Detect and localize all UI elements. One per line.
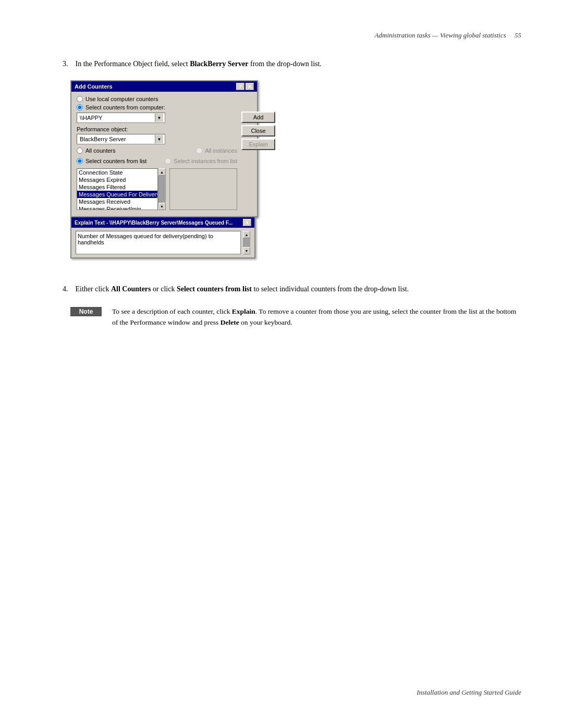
- radio-local-label: Use local computer counters: [85, 96, 158, 102]
- dialog-title: Add Counters: [75, 83, 113, 90]
- dialog-help-button[interactable]: ?: [236, 83, 244, 90]
- list-item-selected[interactable]: Messages Queued For Delivery: [77, 191, 157, 198]
- explain-dialog: Explain Text - \\HAPPY\BlackBerry Server…: [70, 216, 255, 258]
- step4-text-before: Either click: [76, 285, 111, 293]
- step4-bold1: All Counters: [111, 285, 151, 293]
- lists-row: Connection State Messages Expired Messag…: [77, 168, 237, 210]
- counters-list-wrapper: Connection State Messages Expired Messag…: [77, 168, 165, 210]
- counters-radios: All counters All instances: [77, 147, 237, 156]
- computer-input-row: \\HAPPY ▼: [77, 113, 237, 123]
- computer-value: \\HAPPY: [79, 115, 102, 121]
- radio-all-instances: [196, 147, 202, 154]
- radio-select-label: Select counters from computer:: [85, 104, 165, 110]
- footer: Installation and Getting Started Guide: [417, 688, 521, 697]
- radio-all-counters-row: All counters: [77, 147, 115, 154]
- scroll-down-arrow[interactable]: ▼: [158, 203, 166, 210]
- note-block: Note To see a description of each counte…: [70, 306, 521, 328]
- dialog-left: Use local computer counters Select count…: [77, 96, 237, 212]
- dialog-close-button[interactable]: X: [246, 83, 254, 90]
- radio-local-row: Use local computer counters: [77, 96, 237, 102]
- scroll-track: [158, 176, 166, 203]
- add-counters-dialog: Add Counters ? X Use local computer co: [70, 80, 258, 217]
- step3-bold: BlackBerry Server: [190, 60, 248, 68]
- explain-titlebar: Explain Text - \\HAPPY\BlackBerry Server…: [71, 217, 254, 228]
- step3-text-after: from the drop-down list.: [248, 60, 321, 68]
- radio-local[interactable]: [77, 96, 83, 102]
- instances-list-col: [169, 168, 237, 210]
- list-item[interactable]: Messages Received/min: [77, 205, 157, 210]
- computer-dropdown[interactable]: \\HAPPY ▼: [77, 113, 165, 123]
- radio-select-instances: [165, 158, 171, 164]
- page-header: Administration tasks — Viewing global st…: [42, 31, 521, 43]
- step4-text-after: to select individual counters from the d…: [252, 285, 409, 293]
- list-item[interactable]: Connection State: [77, 169, 157, 176]
- perf-object-input-row: BlackBerry Server ▼: [77, 134, 237, 144]
- radio-all-counters[interactable]: [77, 147, 83, 154]
- perf-object-value: BlackBerry Server: [79, 136, 126, 142]
- dialog-buttons: Add Close Explain: [241, 96, 275, 212]
- step4-block: 4. Either click All Counters or click Se…: [42, 283, 521, 328]
- step4-bold2: Select counters from list: [177, 285, 252, 293]
- dialog-titlebar: Add Counters ? X: [71, 81, 257, 92]
- radio-all-instances-label: All instances: [205, 147, 237, 154]
- explain-scroll-down[interactable]: ▼: [243, 247, 250, 254]
- counters-list-col: Connection State Messages Expired Messag…: [77, 168, 165, 210]
- explain-scrollbar[interactable]: ▲ ▼: [243, 231, 250, 254]
- explain-scroll-up[interactable]: ▲: [243, 231, 250, 238]
- perf-object-dropdown[interactable]: BlackBerry Server ▼: [77, 134, 165, 144]
- select-radios: Select counters from list Select instanc…: [77, 158, 237, 166]
- instances-area: [169, 168, 237, 210]
- radio-all-instances-row: All instances: [196, 147, 237, 154]
- radio-select-instances-row: Select instances from list: [165, 158, 237, 164]
- computer-dropdown-arrow: ▼: [155, 114, 163, 122]
- step3-text-before: In the Performance Object field, select: [76, 60, 190, 68]
- step4-text-mid: or click: [151, 285, 177, 293]
- dialog-wrapper: Add Counters ? X Use local computer co: [70, 80, 258, 258]
- header-text: Administration tasks — Viewing global st…: [375, 31, 506, 39]
- close-button[interactable]: Close: [241, 125, 275, 137]
- explain-content: Number of Messages queued for delivery(p…: [71, 228, 254, 257]
- footer-text: Installation and Getting Started Guide: [417, 688, 521, 696]
- titlebar-buttons: ? X: [236, 83, 254, 90]
- step3-number: 3.: [63, 60, 68, 68]
- explain-text: Number of Messages queued for delivery(p…: [76, 231, 241, 254]
- page-number: 55: [515, 31, 521, 39]
- step3-block: 3. In the Performance Object field, sele…: [42, 58, 521, 269]
- explain-button[interactable]: Explain: [241, 139, 275, 150]
- counters-list-scrollbar[interactable]: ▲ ▼: [158, 168, 165, 210]
- explain-close-button[interactable]: X: [243, 219, 251, 226]
- note-bold2: Delete: [221, 318, 239, 326]
- scroll-up-arrow[interactable]: ▲: [158, 168, 166, 176]
- radio-select-instances-label: Select instances from list: [174, 158, 237, 164]
- perf-object-label: Performance object:: [77, 126, 237, 132]
- radio-select-row: Select counters from computer:: [77, 104, 237, 110]
- radio-all-counters-label: All counters: [85, 147, 115, 154]
- explain-scroll-track: [243, 238, 250, 247]
- page-container: Administration tasks — Viewing global st…: [0, 0, 563, 728]
- note-text-before: To see a description of each counter, cl…: [112, 307, 232, 315]
- note-bold1: Explain: [232, 307, 255, 315]
- radio-select-list-row: Select counters from list: [77, 158, 146, 164]
- radio-select-list-label: Select counters from list: [85, 158, 146, 164]
- explain-title: Explain Text - \\HAPPY\BlackBerry Server…: [75, 220, 232, 226]
- radio-select-list[interactable]: [77, 158, 83, 164]
- dialog-content: Use local computer counters Select count…: [71, 92, 257, 216]
- step3-text: 3. In the Performance Object field, sele…: [63, 58, 521, 70]
- add-button[interactable]: Add: [241, 112, 275, 123]
- note-text: To see a description of each counter, cl…: [112, 306, 521, 328]
- list-item[interactable]: Messages Expired: [77, 176, 157, 183]
- list-item[interactable]: Messages Received: [77, 198, 157, 205]
- note-label: Note: [70, 307, 102, 316]
- step4-number: 4.: [63, 285, 68, 293]
- note-text-mid2: on your keyboard.: [239, 318, 292, 326]
- radio-select[interactable]: [77, 104, 83, 110]
- counters-list[interactable]: Connection State Messages Expired Messag…: [77, 168, 158, 210]
- list-item[interactable]: Messages Filtered: [77, 183, 157, 191]
- step4-text: 4. Either click All Counters or click Se…: [63, 283, 521, 295]
- perf-object-dropdown-arrow: ▼: [155, 135, 163, 143]
